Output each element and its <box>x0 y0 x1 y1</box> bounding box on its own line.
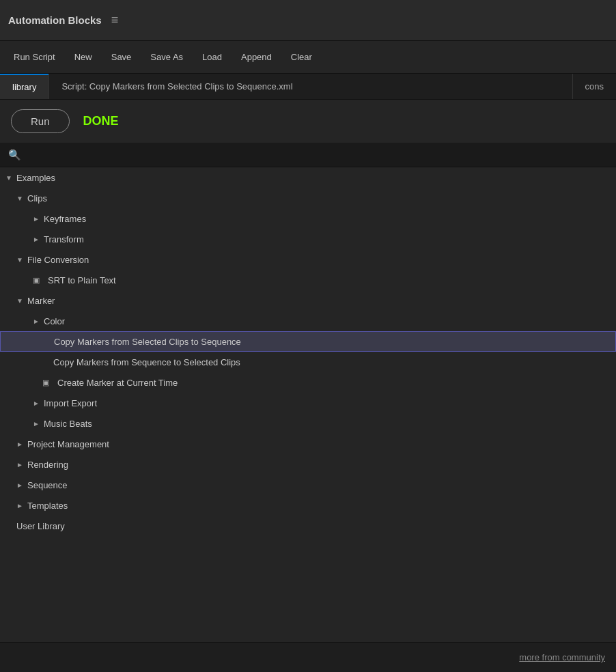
list-item[interactable]: ▼ Marker <box>0 290 616 311</box>
search-input[interactable] <box>27 150 608 160</box>
list-item[interactable]: ► Import Export <box>0 393 616 413</box>
status-label: DONE <box>83 114 119 128</box>
tree: ▼ Examples ▼ Clips ► Keyframes ► Transfo… <box>0 167 616 642</box>
clear-button[interactable]: Clear <box>283 48 320 66</box>
save-button[interactable]: Save <box>103 48 140 66</box>
list-item[interactable]: ► Templates <box>0 495 616 516</box>
tabs: library Script: Copy Markers from Select… <box>0 74 616 100</box>
load-button[interactable]: Load <box>194 48 230 66</box>
list-item[interactable]: ▼ Clips <box>0 188 616 208</box>
list-item[interactable]: ► Project Management <box>0 434 616 454</box>
list-item[interactable]: ▼ File Conversion <box>0 249 616 270</box>
footer: more from community <box>0 642 616 672</box>
list-item[interactable]: ► Color <box>0 311 616 331</box>
list-item[interactable]: User Library <box>0 516 616 536</box>
title-bar: Automation Blocks ≡ <box>0 0 616 41</box>
list-item[interactable]: ► Sequence <box>0 475 616 495</box>
toolbar: Run Script New Save Save As Load Append … <box>0 41 616 74</box>
save-as-button[interactable]: Save As <box>142 48 191 66</box>
menu-icon[interactable]: ≡ <box>111 13 119 27</box>
list-item[interactable]: ► Transform <box>0 229 616 249</box>
community-link[interactable]: more from community <box>519 652 605 662</box>
list-item[interactable]: ▼ Examples <box>0 167 616 188</box>
app-title: Automation Blocks <box>8 14 102 26</box>
tab-console[interactable]: cons <box>572 74 616 99</box>
list-item[interactable]: ► Rendering <box>0 454 616 475</box>
new-button[interactable]: New <box>66 48 100 66</box>
run-row: Run DONE <box>0 100 616 143</box>
tab-script[interactable]: Script: Copy Markers from Selected Clips… <box>48 74 572 99</box>
tab-library[interactable]: library <box>0 74 48 99</box>
search-bar: 🔍 <box>0 143 616 167</box>
run-script-button[interactable]: Run Script <box>5 48 64 66</box>
list-item[interactable]: ▣ SRT to Plain Text <box>0 270 616 290</box>
run-button[interactable]: Run <box>11 109 70 133</box>
list-item[interactable]: ▣ Create Marker at Current Time <box>0 372 616 393</box>
list-item[interactable]: Copy Markers from Selected Clips to Sequ… <box>0 331 616 352</box>
list-item[interactable]: Copy Markers from Sequence to Selected C… <box>0 352 616 372</box>
search-icon: 🔍 <box>8 149 21 161</box>
list-item[interactable]: ► Music Beats <box>0 413 616 434</box>
main-content: library Script: Copy Markers from Select… <box>0 74 616 672</box>
list-item[interactable]: ► Keyframes <box>0 208 616 229</box>
append-button[interactable]: Append <box>233 48 280 66</box>
